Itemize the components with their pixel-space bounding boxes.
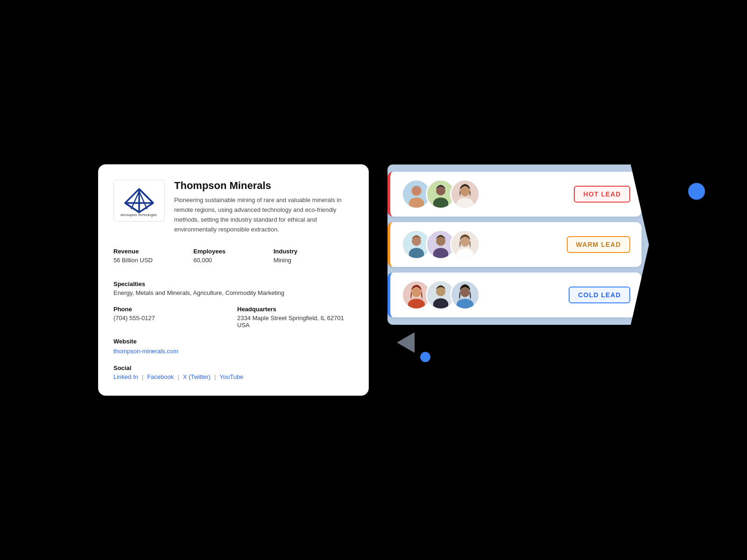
employees-item: Employees 60,000 xyxy=(193,248,273,271)
leads-wrapper: HOT LEAD xyxy=(388,164,649,325)
hot-lead-avatars xyxy=(402,179,480,209)
phone-value: (704) 555-0127 xyxy=(113,315,230,322)
industry-value: Mining xyxy=(274,257,353,264)
svg-point-15 xyxy=(460,187,470,196)
social-twitter[interactable]: X (Twitter) xyxy=(183,373,211,380)
social-links: Linked In | Facebook | X (Twitter) | You… xyxy=(113,373,353,380)
contact-grid: Phone (704) 555-0127 Headquarters 2334 M… xyxy=(113,306,353,329)
website-section: Website thompson-minerals.com xyxy=(113,338,353,355)
cold-lead-badge: COLD LEAD xyxy=(569,287,630,303)
employees-label: Employees xyxy=(193,248,273,255)
decorative-dot-large xyxy=(688,183,705,200)
employees-value: 60,000 xyxy=(193,257,273,264)
cold-lead-card: COLD LEAD xyxy=(388,273,641,317)
svg-point-27 xyxy=(412,288,421,297)
headquarters-value: 2334 Maple Street Springfield, IL 62701 … xyxy=(237,315,353,329)
svg-point-30 xyxy=(436,287,445,296)
cold-lead-avatars xyxy=(402,280,480,310)
company-header: Aerosapien Technologies Thompson Mineral… xyxy=(113,180,353,234)
specialties-label: Specialties xyxy=(113,280,353,287)
company-name: Thompson Minerals xyxy=(174,180,353,192)
company-card: Aerosapien Technologies Thompson Mineral… xyxy=(98,164,369,395)
hot-lead-card: HOT LEAD xyxy=(388,172,641,217)
svg-point-9 xyxy=(409,198,424,210)
company-logo-box: Aerosapien Technologies xyxy=(113,180,165,222)
phone-item: Phone (704) 555-0127 xyxy=(113,306,230,329)
svg-point-31 xyxy=(433,299,449,310)
company-info: Thompson Minerals Pioneering sustainable… xyxy=(174,180,353,234)
warm-lead-avatars xyxy=(402,230,480,259)
svg-point-21 xyxy=(436,237,445,246)
headquarters-item: Headquarters 2334 Maple Street Springfie… xyxy=(237,306,353,329)
details-grid: Revenue 56 Billion USD Employees 60,000 … xyxy=(113,248,353,271)
website-link[interactable]: thompson-minerals.com xyxy=(113,348,178,355)
separator-1: | xyxy=(142,373,143,380)
svg-point-13 xyxy=(433,198,449,210)
svg-point-19 xyxy=(409,248,424,260)
revenue-value: 56 Billion USD xyxy=(113,257,193,264)
decorative-dot-small xyxy=(420,352,430,362)
separator-3: | xyxy=(214,373,216,380)
svg-text:Aerosapien Technologies: Aerosapien Technologies xyxy=(120,213,157,217)
social-linkedin[interactable]: Linked In xyxy=(113,373,138,380)
warm-lead-card: WARM LEAD xyxy=(388,222,641,267)
warm-lead-badge: WARM LEAD xyxy=(567,236,630,253)
social-facebook[interactable]: Facebook xyxy=(147,373,174,380)
leads-panel: HOT LEAD xyxy=(388,164,649,325)
avatar-9 xyxy=(450,280,480,310)
main-layout: Aerosapien Technologies Thompson Mineral… xyxy=(98,164,649,395)
specialties-section: Specialties Energy, Metals and Minerals,… xyxy=(113,280,353,296)
industry-item: Industry Mining xyxy=(274,248,353,271)
revenue-label: Revenue xyxy=(113,248,193,255)
industry-label: Industry xyxy=(274,248,353,255)
separator-2: | xyxy=(177,373,179,380)
social-youtube[interactable]: YouTube xyxy=(219,373,243,380)
revenue-item: Revenue 56 Billion USD xyxy=(113,248,193,271)
avatar-6 xyxy=(450,230,480,259)
svg-point-33 xyxy=(460,288,470,297)
svg-point-22 xyxy=(433,248,449,260)
avatar-3 xyxy=(450,179,480,209)
hot-lead-badge: HOT LEAD xyxy=(574,186,630,203)
social-section: Social Linked In | Facebook | X (Twitter… xyxy=(113,364,353,380)
phone-label: Phone xyxy=(113,306,230,313)
website-label: Website xyxy=(113,338,353,345)
social-label: Social xyxy=(113,364,353,371)
company-description: Pioneering sustainable mining of rare an… xyxy=(174,196,353,234)
specialties-value: Energy, Metals and Minerals, Agriculture… xyxy=(113,289,353,296)
decorative-arrow xyxy=(397,332,415,353)
headquarters-label: Headquarters xyxy=(237,306,353,313)
svg-point-24 xyxy=(460,238,470,247)
company-logo: Aerosapien Technologies xyxy=(118,184,160,217)
